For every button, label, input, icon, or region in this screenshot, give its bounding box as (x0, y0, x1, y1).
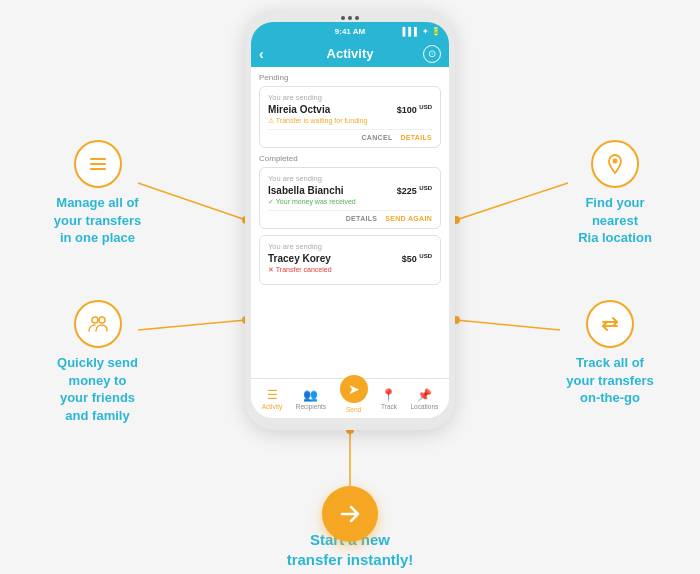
nav-activity[interactable]: ☰ Activity (262, 388, 283, 410)
transfer-status-3: ✕ Transfer canceled (268, 266, 432, 274)
list-icon (87, 153, 109, 175)
send-line2: money to (69, 373, 127, 388)
nav-recipients[interactable]: 👥 Recipients (296, 388, 326, 410)
nav-locations[interactable]: 📌 Locations (410, 388, 438, 410)
recipients-icon: 👥 (303, 388, 318, 402)
manage-line1: Manage all of (56, 195, 138, 210)
manage-line3: in one place (60, 230, 135, 245)
transfer-amount-3: $50 USD (402, 253, 432, 264)
completed-section-label: Completed (259, 154, 441, 163)
track-text: Track all of your transfers on-the-go (540, 354, 680, 407)
transfer-card-completed: You are sending Isabella Bianchi $225 US… (259, 167, 441, 229)
svg-point-15 (99, 317, 105, 323)
bottom-nav: ☰ Activity 👥 Recipients ➤ Send 📍 Track 📌 (251, 378, 449, 418)
manage-icon-circle (74, 140, 122, 188)
manage-line2: your transfers (54, 213, 141, 228)
status-time: 9:41 AM (335, 27, 365, 36)
feature-location: Find your nearest Ria location (550, 140, 680, 247)
bottom-line2: transfer instantly! (287, 551, 414, 568)
app-title: Activity (327, 46, 374, 61)
location-text: Find your nearest Ria location (550, 194, 680, 247)
transfer-card-pending: You are sending Mireia Octvia $100 USD ⚠… (259, 86, 441, 148)
transfer-actions-2: DETAILS SEND AGAIN (268, 210, 432, 222)
details-button-2[interactable]: DETAILS (346, 215, 378, 222)
manage-text: Manage all of your transfers in one plac… (20, 194, 175, 247)
track-line1: Track all of (576, 355, 644, 370)
send-money-text: Quickly send money to your friends and f… (20, 354, 175, 424)
transfer-actions-1: CANCEL DETAILS (268, 129, 432, 141)
phone-screen: 9:41 AM ▌▌▌ ✦ 🔋 ‹ Activity ⊙ Pending You… (251, 22, 449, 418)
nav-send-label: Send (346, 406, 361, 413)
send-line4: and family (65, 408, 129, 423)
nav-track-label: Track (381, 403, 397, 410)
transfer-name-1: Mireia Octvia (268, 104, 330, 115)
you-sending-3: You are sending (268, 242, 432, 251)
transfer-status-2: ✓ Your money was received (268, 198, 432, 206)
transfer-status-1: ⚠ Transfer is waiting for funding (268, 117, 432, 125)
status-bar: 9:41 AM ▌▌▌ ✦ 🔋 (251, 22, 449, 40)
svg-point-13 (613, 159, 618, 164)
location-line2: nearest (592, 213, 638, 228)
nav-send[interactable]: ➤ Send (340, 375, 368, 413)
track-icon: 📍 (381, 388, 396, 402)
you-sending-1: You are sending (268, 93, 432, 102)
track-icon-circle (586, 300, 634, 348)
transfer-name-2: Isabella Bianchi (268, 185, 344, 196)
feature-track: Track all of your transfers on-the-go (540, 300, 680, 407)
activity-icon: ☰ (267, 388, 278, 402)
transfer-amount-1: $100 USD (397, 104, 432, 115)
phone-mockup: 9:41 AM ▌▌▌ ✦ 🔋 ‹ Activity ⊙ Pending You… (245, 10, 455, 430)
phone-body: 9:41 AM ▌▌▌ ✦ 🔋 ‹ Activity ⊙ Pending You… (245, 10, 455, 430)
feature-send-money: Quickly send money to your friends and f… (20, 300, 175, 424)
send-fab-button[interactable] (322, 486, 378, 542)
pin-icon (604, 153, 626, 175)
send-again-button[interactable]: SEND AGAIN (385, 215, 432, 222)
feature-manage: Manage all of your transfers in one plac… (20, 140, 175, 247)
pending-section-label: Pending (259, 73, 441, 82)
transfer-name-3: Tracey Korey (268, 253, 331, 264)
people-icon (87, 313, 109, 335)
track-line2: your transfers (566, 373, 653, 388)
location-line3: Ria location (578, 230, 652, 245)
svg-point-14 (92, 317, 98, 323)
nav-track[interactable]: 📍 Track (381, 388, 397, 410)
cancel-button[interactable]: CANCEL (362, 134, 393, 141)
details-button-1[interactable]: DETAILS (400, 134, 432, 141)
send-arrow-icon (336, 500, 364, 528)
back-button[interactable]: ‹ (259, 46, 264, 62)
app-content: Pending You are sending Mireia Octvia $1… (251, 67, 449, 378)
you-sending-2: You are sending (268, 174, 432, 183)
user-icon[interactable]: ⊙ (423, 45, 441, 63)
location-icon-circle (591, 140, 639, 188)
send-money-icon-circle (74, 300, 122, 348)
transfer-card-cancelled: You are sending Tracey Korey $50 USD ✕ T… (259, 235, 441, 285)
app-header: ‹ Activity ⊙ (251, 40, 449, 67)
locations-icon: 📌 (417, 388, 432, 402)
transfer-amount-2: $225 USD (397, 185, 432, 196)
location-line1: Find your (585, 195, 644, 210)
transfer-icon (599, 313, 621, 335)
track-line3: on-the-go (580, 390, 640, 405)
nav-activity-label: Activity (262, 403, 283, 410)
send-line3: your friends (60, 390, 135, 405)
nav-locations-label: Locations (410, 403, 438, 410)
send-button[interactable]: ➤ (340, 375, 368, 403)
send-line1: Quickly send (57, 355, 138, 370)
nav-recipients-label: Recipients (296, 403, 326, 410)
